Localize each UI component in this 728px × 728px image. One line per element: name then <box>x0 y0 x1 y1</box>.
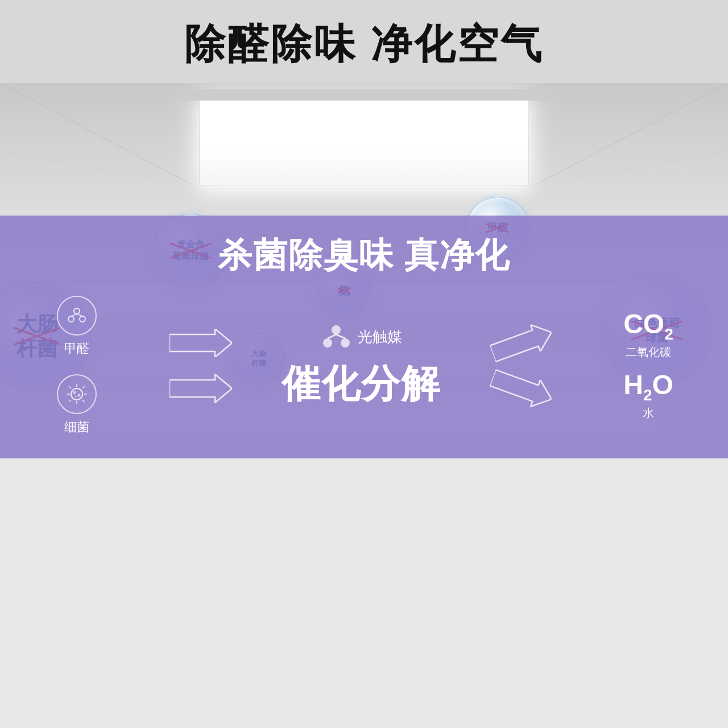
svg-line-15 <box>82 386 85 388</box>
formaldehyde-icon-circle <box>57 296 97 336</box>
title-area: 除醛除味 净化空气 <box>0 0 728 83</box>
svg-point-23 <box>332 325 341 334</box>
svg-point-25 <box>341 338 350 348</box>
bacteria-icon-circle <box>57 374 97 414</box>
h2o-item: H2O 水 <box>623 371 673 421</box>
svg-line-3 <box>535 151 728 185</box>
catalysis-text: 催化分解 <box>282 358 441 410</box>
svg-point-5 <box>68 316 74 322</box>
svg-line-8 <box>77 314 82 316</box>
co2-item: CO2 二氧化碳 <box>623 311 673 360</box>
formaldehyde-label: 甲醛 <box>64 340 89 357</box>
svg-point-6 <box>80 316 85 322</box>
arrow-left-bottom <box>169 374 232 403</box>
svg-line-14 <box>69 386 71 388</box>
svg-line-16 <box>69 400 71 402</box>
arrow-right-top <box>487 319 556 367</box>
h2o-formula: H2O <box>623 371 673 403</box>
center-molecule-icon <box>321 321 352 353</box>
bacteria-label: 细菌 <box>64 419 89 436</box>
bacteria-icon <box>63 380 90 408</box>
svg-point-20 <box>75 396 77 398</box>
left-section: 甲醛 <box>34 296 119 436</box>
svg-line-7 <box>71 314 77 316</box>
panel-content: 甲醛 <box>34 296 694 436</box>
svg-point-18 <box>73 391 76 394</box>
bottom-panel: 杀菌除臭味 真净化 甲醛 <box>0 216 728 458</box>
arrow-right-bottom <box>487 365 556 413</box>
molecule-icon <box>63 302 90 329</box>
svg-marker-22 <box>169 374 232 403</box>
svg-point-19 <box>78 394 81 397</box>
left-arrows <box>169 320 232 411</box>
svg-line-1 <box>535 83 728 185</box>
svg-marker-21 <box>169 329 232 357</box>
h2o-name: 水 <box>643 406 654 421</box>
svg-point-9 <box>71 388 82 400</box>
svg-point-24 <box>323 338 332 348</box>
svg-line-17 <box>82 400 85 402</box>
formaldehyde-item: 甲醛 <box>57 296 97 357</box>
bacteria-item: 细菌 <box>57 374 97 436</box>
room-area: 黄金色葡萄球菌 甲醛 氨 大肠杆菌 大肠杆菌 白色葡萄球菌 杀菌除臭味 真净化 <box>0 83 728 458</box>
right-section: CO2 二氧化碳 H2O 水 <box>603 311 694 420</box>
molecule-area: 光触媒 <box>321 321 402 353</box>
right-arrows <box>491 320 553 411</box>
svg-line-27 <box>336 334 345 338</box>
svg-point-4 <box>74 308 80 314</box>
svg-marker-28 <box>487 319 556 367</box>
catalyst-label: 光触媒 <box>358 327 402 347</box>
svg-line-0 <box>0 83 193 185</box>
co2-formula: CO2 <box>623 311 673 342</box>
svg-marker-29 <box>487 365 556 413</box>
panel-title: 杀菌除臭味 真净化 <box>34 233 694 279</box>
center-section: 光触媒 催化分解 <box>282 321 441 410</box>
svg-line-26 <box>328 334 336 338</box>
ceiling-panel <box>199 94 529 185</box>
arrow-left-top <box>169 329 232 357</box>
svg-line-2 <box>0 151 193 185</box>
page-title: 除醛除味 净化空气 <box>0 17 728 72</box>
co2-name: 二氧化碳 <box>626 345 671 360</box>
